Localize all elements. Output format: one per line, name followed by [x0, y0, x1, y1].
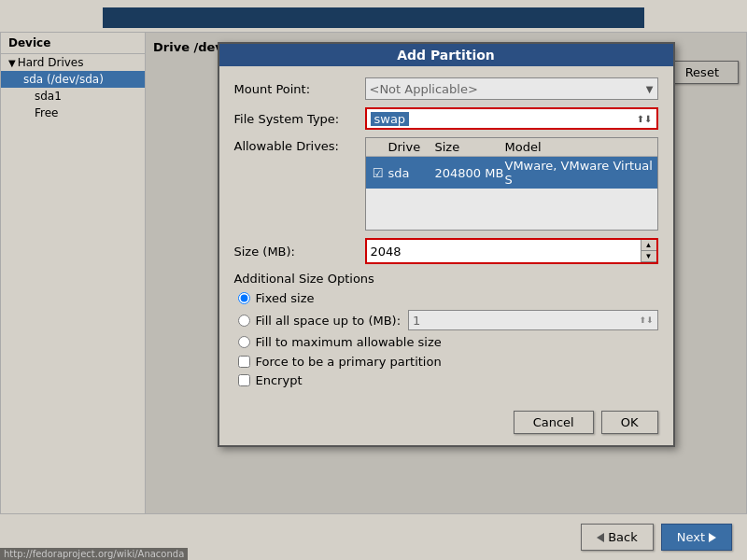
size-spinbox-arrows: ▲ ▼	[641, 240, 656, 262]
force-primary-label: Force to be a primary partition	[256, 355, 442, 369]
next-arrow-icon	[709, 533, 716, 542]
col-model-header: Model	[505, 140, 655, 154]
drives-table-wrap: Drive Size Model ☑ sda 204800 MB VMware,…	[365, 137, 658, 231]
sidebar-item-hard-drives[interactable]: ▼ Hard Drives	[1, 54, 145, 71]
next-button[interactable]: Next	[661, 524, 732, 551]
back-arrow-icon	[597, 533, 604, 542]
mount-point-value: <Not Applicable>	[370, 82, 478, 96]
drive-size-cell: 204800 MB	[435, 166, 505, 180]
force-primary-row[interactable]: Force to be a primary partition	[238, 355, 658, 369]
free-label: Free	[35, 106, 58, 119]
drive-model-cell: VMware, VMware Virtual S	[505, 159, 655, 187]
size-up-button[interactable]: ▲	[641, 240, 656, 251]
size-control[interactable]: ▲ ▼	[365, 238, 658, 264]
col-check-header	[368, 140, 388, 154]
col-drive-header: Drive	[388, 140, 435, 154]
back-button[interactable]: Back	[581, 524, 654, 551]
filesystem-value: swap	[371, 112, 410, 126]
size-row: Size (MB): ▲ ▼	[234, 238, 658, 264]
size-label: Size (MB):	[234, 245, 365, 259]
mount-point-control[interactable]: <Not Applicable> ▼	[365, 77, 658, 100]
filesystem-label: File System Type:	[234, 112, 365, 126]
filesystem-control[interactable]: swap ⬆⬇	[365, 107, 658, 130]
encrypt-row[interactable]: Encrypt	[238, 373, 658, 387]
fill-max-row[interactable]: Fill to maximum allowable size	[238, 335, 658, 349]
mount-point-arrow-icon: ▼	[646, 84, 654, 94]
fixed-size-radio[interactable]	[238, 292, 250, 304]
encrypt-label: Encrypt	[256, 373, 303, 387]
sda-label: sda (/dev/sda)	[23, 73, 104, 86]
fixed-size-row[interactable]: Fixed size	[238, 291, 658, 305]
fill-max-radio[interactable]	[238, 336, 250, 348]
sidebar-item-sda1[interactable]: sda1	[1, 88, 145, 105]
allowable-drives-label: Allowable Drives:	[234, 137, 365, 153]
sidebar: Device ▼ Hard Drives sda (/dev/sda) sda1…	[0, 32, 145, 536]
mount-point-combo[interactable]: <Not Applicable> ▼	[365, 77, 658, 100]
url-bar: http://fedoraproject.org/wiki/Anaconda	[0, 548, 188, 560]
filesystem-arrow-icon: ⬆⬇	[637, 114, 653, 124]
top-bar	[103, 7, 644, 28]
drive-name-cell: sda	[388, 166, 435, 180]
fill-up-value: 1	[413, 314, 420, 328]
next-label: Next	[677, 530, 705, 544]
tree-arrow-icon: ▼	[8, 58, 16, 68]
mount-point-row: Mount Point: <Not Applicable> ▼	[234, 77, 658, 100]
sda1-label: sda1	[35, 90, 62, 103]
sidebar-item-sda[interactable]: sda (/dev/sda)	[1, 71, 145, 88]
bottom-bar: Back Next http://fedoraproject.org/wiki/…	[0, 513, 747, 560]
fill-up-radio[interactable]	[238, 315, 250, 327]
drives-header: Drive Size Model	[366, 138, 657, 157]
fixed-size-label: Fixed size	[256, 291, 315, 305]
fill-up-label: Fill all space up to (MB):	[256, 314, 402, 328]
sidebar-item-free[interactable]: Free	[1, 105, 145, 121]
size-input[interactable]	[367, 243, 641, 260]
filesystem-combo[interactable]: swap ⬆⬇	[365, 107, 658, 130]
allowable-drives-row: Allowable Drives: Drive Size Model	[234, 137, 658, 231]
encrypt-checkbox[interactable]	[238, 374, 250, 386]
dialog-titlebar: Add Partition	[219, 44, 673, 66]
filesystem-row: File System Type: swap ⬆⬇	[234, 107, 658, 130]
hard-drives-label: Hard Drives	[18, 56, 84, 69]
dialog-body: Mount Point: <Not Applicable> ▼ File Sys…	[219, 66, 673, 403]
col-size-header: Size	[435, 140, 505, 154]
fill-max-label: Fill to maximum allowable size	[256, 335, 442, 349]
fill-up-spinbox[interactable]: 1 ⬆⬇	[408, 310, 657, 330]
add-partition-dialog: Add Partition Mount Point: <Not Applicab…	[218, 42, 675, 447]
cancel-button[interactable]: Cancel	[514, 411, 594, 434]
force-primary-checkbox[interactable]	[238, 356, 250, 368]
fill-up-row[interactable]: Fill all space up to (MB): 1 ⬆⬇	[238, 310, 658, 330]
size-down-button[interactable]: ▼	[641, 251, 656, 262]
mount-point-label: Mount Point:	[234, 82, 365, 96]
size-spinbox[interactable]: ▲ ▼	[365, 238, 658, 264]
fill-up-arrows-icon: ⬆⬇	[639, 315, 653, 325]
drives-row[interactable]: ☑ sda 204800 MB VMware, VMware Virtual S	[366, 157, 657, 189]
back-label: Back	[608, 530, 638, 544]
dialog-overlay: Add Partition Mount Point: <Not Applicab…	[146, 33, 746, 535]
ok-button[interactable]: OK	[601, 411, 658, 434]
sidebar-header: Device	[1, 33, 145, 54]
drive-checkbox-cell: ☑	[368, 166, 388, 180]
content-area: Drive /dev/sda (204800 MB) (Model: VMwar…	[145, 32, 747, 536]
dialog-buttons: Cancel OK	[219, 403, 673, 445]
additional-size-header: Additional Size Options	[234, 272, 658, 286]
